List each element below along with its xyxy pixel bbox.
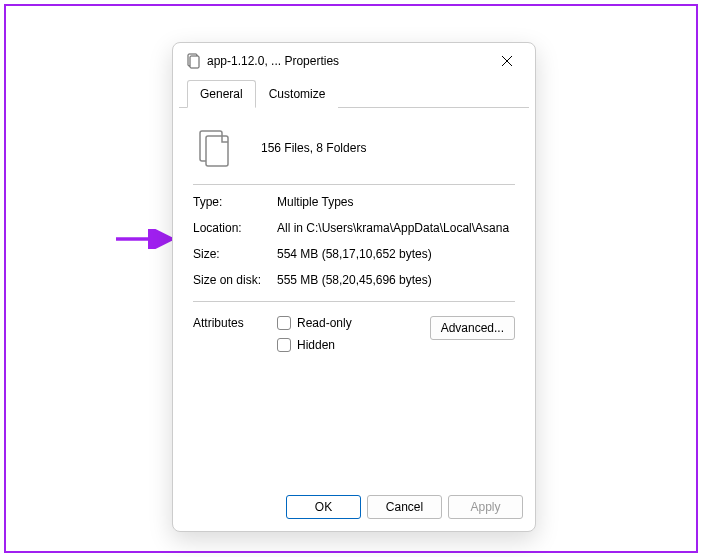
hidden-checkbox[interactable]: Hidden <box>277 338 430 352</box>
checkbox-icon <box>277 316 291 330</box>
size-on-disk-value: 555 MB (58,20,45,696 bytes) <box>277 273 515 287</box>
size-label: Size: <box>193 247 277 261</box>
titlebar: app-1.12.0, ... Properties <box>173 43 535 79</box>
attributes-section: Attributes Read-only Hidden Advanced... <box>193 316 515 352</box>
properties-grid: Type: Multiple Types Location: All in C:… <box>193 195 515 287</box>
properties-dialog: app-1.12.0, ... Properties General Custo… <box>172 42 536 532</box>
type-label: Type: <box>193 195 277 209</box>
attributes-label: Attributes <box>193 316 277 330</box>
close-button[interactable] <box>487 47 527 75</box>
ok-button[interactable]: OK <box>286 495 361 519</box>
attributes-checkboxes: Read-only Hidden <box>277 316 430 352</box>
tab-customize[interactable]: Customize <box>256 80 339 108</box>
advanced-button[interactable]: Advanced... <box>430 316 515 340</box>
tab-general[interactable]: General <box>187 80 256 108</box>
dialog-footer: OK Cancel Apply <box>173 485 535 531</box>
cancel-button[interactable]: Cancel <box>367 495 442 519</box>
hidden-label: Hidden <box>297 338 335 352</box>
size-value: 554 MB (58,17,10,652 bytes) <box>277 247 515 261</box>
readonly-label: Read-only <box>297 316 352 330</box>
location-value: All in C:\Users\krama\AppData\Local\Asan… <box>277 221 515 235</box>
svg-rect-2 <box>190 56 199 68</box>
files-stack-icon <box>197 128 233 168</box>
location-label: Location: <box>193 221 277 235</box>
tab-content: 156 Files, 8 Folders Type: Multiple Type… <box>173 108 535 485</box>
type-value: Multiple Types <box>277 195 515 209</box>
file-icon <box>185 53 201 69</box>
svg-rect-6 <box>206 136 228 166</box>
apply-button[interactable]: Apply <box>448 495 523 519</box>
divider <box>193 301 515 302</box>
tab-strip: General Customize <box>179 79 529 108</box>
readonly-checkbox[interactable]: Read-only <box>277 316 430 330</box>
summary-text: 156 Files, 8 Folders <box>261 141 366 155</box>
size-on-disk-label: Size on disk: <box>193 273 277 287</box>
divider <box>193 184 515 185</box>
checkbox-icon <box>277 338 291 352</box>
close-icon <box>501 55 513 67</box>
summary-row: 156 Files, 8 Folders <box>193 122 515 182</box>
window-title: app-1.12.0, ... Properties <box>207 54 487 68</box>
